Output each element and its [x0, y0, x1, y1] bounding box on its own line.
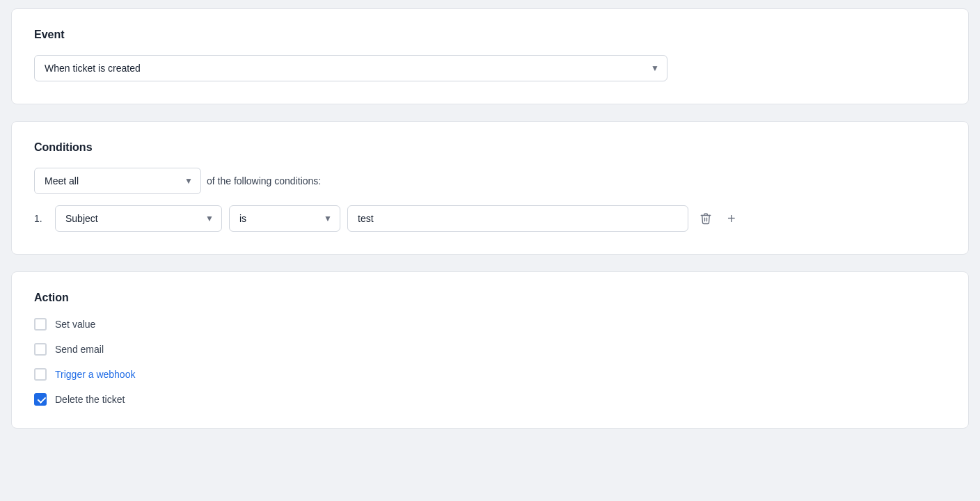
trigger-webhook-label[interactable]: Trigger a webhook — [55, 369, 135, 380]
send-email-label: Send email — [55, 344, 104, 355]
trigger-webhook-checkbox[interactable] — [34, 368, 47, 381]
send-email-checkbox[interactable] — [34, 343, 47, 356]
conditions-row: Meet all Meet any ▼ of the following con… — [34, 168, 946, 194]
conditions-title: Conditions — [34, 141, 946, 154]
conditions-section: Conditions Meet all Meet any ▼ of the fo… — [11, 121, 969, 255]
delete-ticket-label: Delete the ticket — [55, 394, 125, 405]
event-dropdown[interactable]: When ticket is created — [34, 55, 667, 81]
action-item-delete-ticket: Delete the ticket — [34, 393, 946, 406]
trash-icon — [700, 212, 712, 225]
delete-ticket-checkbox[interactable] — [34, 393, 47, 406]
set-value-label: Set value — [55, 319, 95, 330]
action-section: Action Set value Send email Trigger a we… — [11, 271, 969, 429]
operator-dropdown[interactable]: is is not contains — [229, 205, 340, 232]
actions-list: Set value Send email Trigger a webhook D… — [34, 318, 946, 406]
action-item-set-value: Set value — [34, 318, 946, 331]
condition-value-input[interactable] — [347, 205, 688, 232]
add-condition-button[interactable]: + — [723, 209, 740, 228]
delete-condition-button[interactable] — [695, 208, 716, 229]
set-value-checkbox[interactable] — [34, 318, 47, 331]
event-section: Event When ticket is created ▼ — [11, 8, 969, 104]
event-dropdown-wrapper: When ticket is created ▼ — [34, 55, 667, 81]
meet-all-dropdown[interactable]: Meet all Meet any — [34, 168, 201, 194]
operator-dropdown-wrapper: is is not contains ▼ — [229, 205, 340, 232]
field-dropdown[interactable]: Subject Status Priority — [55, 205, 222, 232]
action-title: Action — [34, 292, 946, 304]
condition-item: 1. Subject Status Priority ▼ is is not c… — [34, 205, 946, 232]
field-dropdown-wrapper: Subject Status Priority ▼ — [55, 205, 222, 232]
action-item-send-email: Send email — [34, 343, 946, 356]
condition-number: 1. — [34, 213, 48, 224]
meet-all-wrapper: Meet all Meet any ▼ — [34, 168, 201, 194]
following-conditions-text: of the following conditions: — [207, 175, 321, 186]
action-item-trigger-webhook: Trigger a webhook — [34, 368, 946, 381]
event-title: Event — [34, 29, 946, 41]
